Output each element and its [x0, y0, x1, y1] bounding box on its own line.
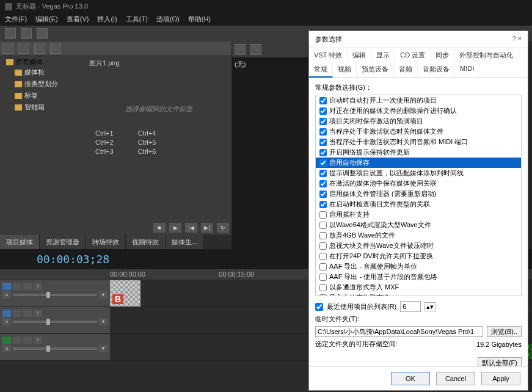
vol-slider[interactable] — [13, 347, 97, 350]
option-item[interactable]: 以Wave64格式渲染大型Wave文件 — [316, 220, 521, 230]
option-checkbox[interactable] — [319, 97, 327, 104]
help-button[interactable]: ? — [512, 35, 516, 42]
track-solo-icon[interactable] — [23, 310, 32, 317]
menu-view[interactable]: 查看(V) — [67, 15, 89, 24]
track-mute-icon[interactable] — [13, 283, 21, 290]
option-checkbox[interactable] — [319, 232, 327, 239]
option-checkbox[interactable] — [319, 211, 327, 219]
option-item[interactable]: 导入立体声为双声道 — [316, 292, 521, 296]
option-item[interactable]: 在启动时检查项目文件类型的关联 — [316, 199, 521, 209]
tab-preview-device[interactable]: 预览设备 — [357, 62, 394, 78]
media-tool-icon[interactable] — [2, 43, 13, 54]
loop-icon[interactable]: ↻ — [217, 223, 229, 233]
next-icon[interactable]: ▶| — [201, 223, 213, 233]
menu-options[interactable]: 选项(O) — [156, 15, 180, 24]
media-tool-icon[interactable] — [50, 43, 61, 54]
track-solo-icon[interactable] — [23, 283, 32, 290]
track-type-icon[interactable] — [2, 310, 11, 317]
tab-cd[interactable]: CD 设置 — [395, 48, 431, 62]
option-checkbox[interactable] — [319, 191, 327, 198]
tab-video[interactable]: 视频 — [333, 62, 357, 78]
tab-project-media[interactable]: 项目媒体 — [0, 235, 40, 249]
tree-item[interactable]: 按类型划分 — [2, 78, 83, 90]
browse-button[interactable]: 浏览(B).. — [487, 326, 522, 337]
menu-insert[interactable]: 插入(I) — [97, 15, 117, 24]
menu-edit[interactable]: 编辑(E) — [35, 15, 58, 24]
option-checkbox[interactable] — [319, 170, 327, 177]
temp-path-input[interactable] — [315, 326, 483, 337]
option-item[interactable]: 忽视大块文件当Wave文件被压缩时 — [316, 241, 521, 251]
defaults-button[interactable]: 默认全部(F) — [478, 357, 522, 366]
pan-icon[interactable]: ▾ — [99, 318, 107, 325]
preview-tool-icon[interactable] — [250, 44, 261, 55]
option-checkbox[interactable] — [319, 139, 327, 146]
tab-external[interactable]: 外部控制与自动化 — [454, 48, 519, 62]
tab-generators[interactable]: 媒体生... — [166, 235, 204, 249]
spinner-icon[interactable]: ▴▾ — [425, 302, 435, 311]
tab-general[interactable]: 常规 — [309, 62, 333, 78]
level-slider[interactable] — [13, 321, 97, 323]
video-clip[interactable]: B — [110, 280, 140, 307]
option-checkbox[interactable] — [319, 149, 327, 156]
level-icon[interactable]: o — [2, 291, 11, 299]
option-checkbox[interactable] — [319, 242, 327, 250]
option-checkbox[interactable] — [319, 284, 327, 291]
toolbar-new-icon[interactable] — [5, 28, 16, 39]
option-checkbox[interactable] — [319, 180, 327, 187]
tab-midi[interactable]: MIDI — [455, 62, 479, 78]
pan-icon[interactable]: ▾ — [99, 345, 107, 352]
option-item[interactable]: 开启网络提示保持软件更新 — [316, 147, 521, 158]
menu-tools[interactable]: 工具(T) — [126, 15, 148, 24]
track-fx-icon[interactable]: I — [34, 310, 42, 317]
preview-tool-icon[interactable] — [235, 44, 246, 55]
tree-item[interactable]: 智能箱 — [2, 101, 83, 113]
option-item[interactable]: 启用自动保存 — [316, 158, 521, 168]
tree-item[interactable]: 媒体柜 — [2, 67, 83, 78]
tree-item[interactable]: 标签 — [2, 90, 83, 101]
ok-button[interactable]: OK — [391, 372, 430, 385]
track-fx-icon[interactable]: I — [34, 336, 42, 344]
thumb-label[interactable]: 图片1.png — [89, 59, 120, 67]
option-item[interactable]: 项目关闭时保存激活的预演项目 — [316, 116, 521, 126]
option-checkbox[interactable] — [319, 253, 327, 260]
close-button[interactable]: × — [518, 35, 522, 42]
option-item[interactable]: AAF 导出 - 音频使用帧为单位 — [316, 261, 521, 272]
toolbar-open-icon[interactable] — [21, 28, 32, 39]
pan-icon[interactable]: ▾ — [99, 291, 107, 299]
track-solo-icon[interactable] — [23, 336, 32, 344]
option-checkbox[interactable] — [319, 201, 327, 208]
option-checkbox[interactable] — [319, 274, 327, 281]
option-item[interactable]: 启用媒体文件管理器 (需要重新启动) — [316, 189, 521, 199]
option-checkbox[interactable] — [319, 107, 327, 115]
option-item[interactable]: 对正在使用的媒体文件的删除操作进行确认 — [316, 106, 521, 116]
track-header[interactable]: I o ▾ — [0, 307, 110, 333]
prev-icon[interactable]: |◀ — [185, 223, 197, 233]
stop-icon[interactable]: ■ — [153, 223, 166, 233]
tab-sync[interactable]: 同步 — [431, 48, 454, 62]
media-tool-icon[interactable] — [18, 43, 29, 54]
option-checkbox[interactable] — [319, 159, 327, 167]
level-icon[interactable]: o — [2, 318, 11, 325]
tab-video-fx[interactable]: 视频特效 — [126, 235, 166, 249]
media-tool-icon[interactable] — [34, 43, 45, 54]
menu-help[interactable]: 帮助(H) — [188, 15, 211, 24]
track-mute-icon[interactable] — [13, 310, 21, 317]
apply-button[interactable]: Apply — [481, 372, 520, 385]
option-item[interactable]: 启用摇杆支持 — [316, 209, 521, 220]
track-type-icon[interactable] — [2, 283, 11, 290]
option-item[interactable]: 在打开24P DV时允许关闭下拉变换 — [316, 251, 521, 261]
tab-audio-device[interactable]: 音频设备 — [418, 62, 455, 78]
play-icon[interactable]: ▶ — [169, 223, 181, 233]
option-item[interactable]: 启动时自动打开上一次使用的的项目 — [316, 95, 521, 106]
option-item[interactable]: 当程序处于非激活状态时关闭音频和 MIDI 端口 — [316, 137, 521, 147]
option-item[interactable]: 放弃4GB Wave的文件 — [316, 230, 521, 241]
vol-icon[interactable]: o — [2, 345, 11, 352]
track-header[interactable]: I o ▾ — [0, 280, 110, 307]
option-checkbox[interactable] — [319, 294, 327, 297]
option-item[interactable]: 当程序处于非激活状态时关闭媒体文件 — [316, 126, 521, 137]
track-mute-icon[interactable] — [13, 336, 21, 344]
tree-root[interactable]: 所有媒体 — [2, 57, 83, 67]
tab-transitions[interactable]: 转场特效 — [86, 235, 126, 249]
track-type-icon[interactable] — [2, 336, 11, 344]
tab-audio[interactable]: 音频 — [394, 62, 418, 78]
